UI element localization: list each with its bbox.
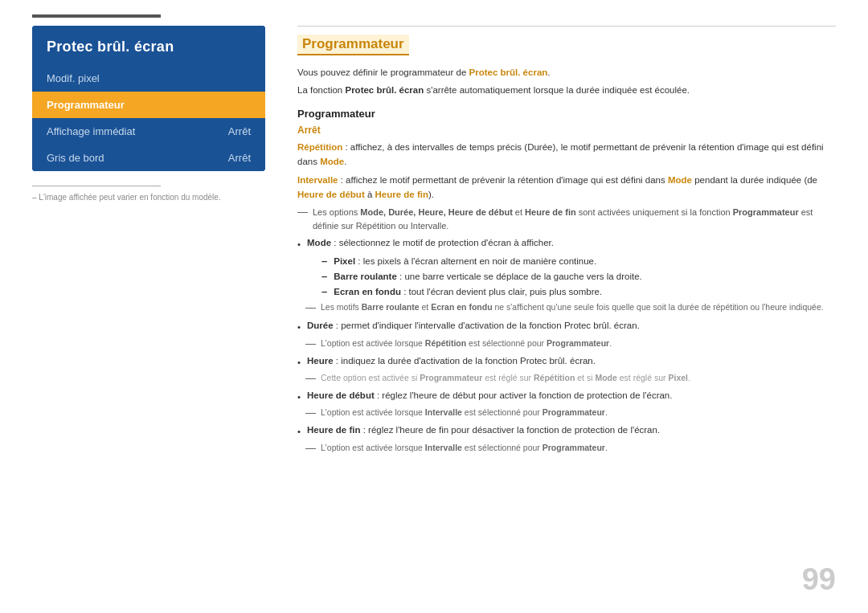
note-heure-debut: — L'option est activée lorsque Intervall… bbox=[305, 407, 836, 420]
left-panel: Protec brûl. écran Modif. pixel Programm… bbox=[32, 26, 265, 458]
sub-pixel: – Pixel : les pixels à l'écran alternent… bbox=[321, 255, 836, 268]
bullet-heure-fin: • Heure de fin : réglez l'heure de fin p… bbox=[297, 423, 836, 439]
menu-item-modif-pixel[interactable]: Modif. pixel bbox=[32, 65, 265, 92]
note-heure: — Cette option est activée si Programmat… bbox=[305, 372, 836, 386]
right-panel: Programmateur Vous pouvez définir le pro… bbox=[297, 26, 836, 458]
repetition-paragraph: Répétition : affichez, à des intervalles… bbox=[297, 140, 836, 170]
sub-barre-roulante: – Barre roulante : une barre verticale s… bbox=[321, 270, 836, 284]
top-rule bbox=[297, 26, 836, 27]
note-options: — Les options Mode, Durée, Heure, Heure … bbox=[297, 206, 836, 232]
top-bar bbox=[32, 14, 161, 18]
left-note: – L'image affichée peut varier en foncti… bbox=[32, 193, 265, 202]
note-repetition-duree: — L'option est activée lorsque Répétitio… bbox=[305, 337, 836, 351]
menu-item-programmateur[interactable]: Programmateur bbox=[32, 92, 265, 118]
note-barre-roulante: — Les motifs Barre roulante et Ecran en … bbox=[305, 301, 836, 315]
intro-line-1: Vous pouvez définir le programmateur de … bbox=[297, 65, 836, 80]
bullet-heure-debut: • Heure de début : réglez l'heure de déb… bbox=[297, 388, 836, 404]
bullet-duree: • Durée : permet d'indiquer l'intervalle… bbox=[297, 318, 836, 334]
menu-item-affichage[interactable]: Affichage immédiat Arrêt bbox=[32, 118, 265, 145]
menu-item-gris-value: Arrêt bbox=[228, 152, 251, 164]
note-heure-fin: — L'option est activée lorsque Intervall… bbox=[305, 442, 836, 456]
menu-box: Protec brûl. écran Modif. pixel Programm… bbox=[32, 26, 265, 171]
page-number: 99 bbox=[802, 562, 836, 597]
menu-item-gris-label: Gris de bord bbox=[47, 152, 104, 164]
bullet-mode: • Mode : sélectionnez le motif de protec… bbox=[297, 235, 836, 251]
intervalle-paragraph: Intervalle : affichez le motif permettan… bbox=[297, 173, 836, 202]
menu-item-affichage-value: Arrêt bbox=[228, 125, 251, 137]
section-title: Programmateur bbox=[297, 35, 409, 55]
sub-title-programmateur: Programmateur bbox=[297, 108, 836, 120]
menu-item-affichage-label: Affichage immédiat bbox=[47, 125, 135, 137]
intro-line-2: La fonction Protec brûl. écran s'arrête … bbox=[297, 83, 836, 97]
menu-title: Protec brûl. écran bbox=[32, 26, 265, 65]
arret-label: Arrêt bbox=[297, 125, 836, 136]
left-divider bbox=[32, 186, 161, 186]
bullet-heure: • Heure : indiquez la durée d'activation… bbox=[297, 353, 836, 370]
menu-items: Modif. pixel Programmateur Affichage imm… bbox=[32, 65, 265, 171]
menu-item-gris[interactable]: Gris de bord Arrêt bbox=[32, 145, 265, 171]
sub-ecran-en-fondu: – Ecran en fondu : tout l'écran devient … bbox=[321, 285, 836, 299]
